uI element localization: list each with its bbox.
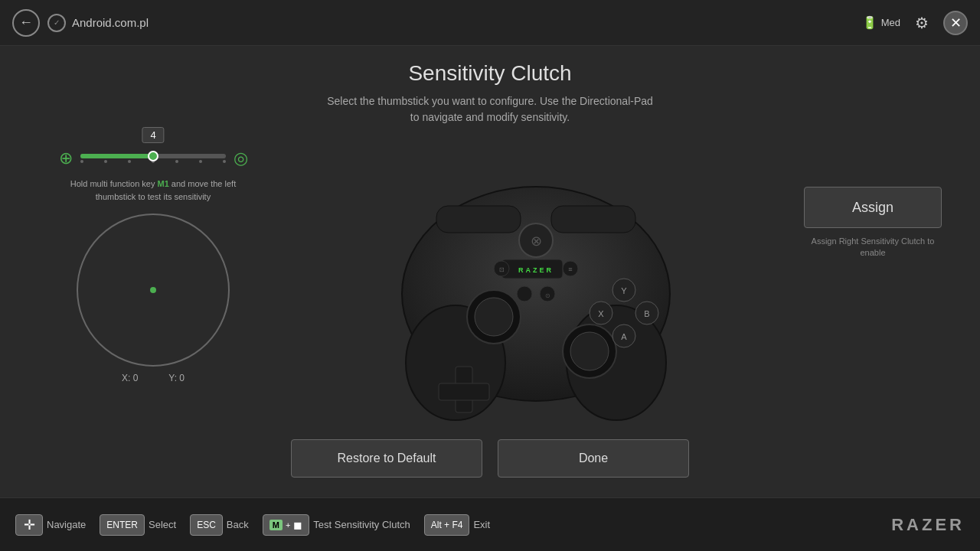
profile-icon: ✓ bbox=[47, 14, 66, 32]
select-label: Select bbox=[149, 519, 176, 530]
assign-hint: Assign Right Sensitivity Clutch to enabl… bbox=[804, 236, 942, 259]
target-icon: ◎ bbox=[234, 148, 248, 168]
slider-dot bbox=[223, 160, 226, 163]
back-control: ESC Back bbox=[190, 514, 249, 536]
slider-fill bbox=[80, 154, 153, 158]
top-bar: ← ✓ Android.com.pl 🔋 Med ⚙ ✕ bbox=[0, 0, 980, 46]
main-content: Sensitivity Clutch Select the thumbstick… bbox=[0, 46, 980, 497]
alt-f4-label: Alt + F4 bbox=[431, 520, 463, 530]
trigger-icon: ◼ bbox=[293, 519, 302, 531]
svg-text:B: B bbox=[644, 309, 649, 318]
sensitivity-slider-row: 4 ⊕ ◎ bbox=[59, 148, 248, 168]
slider-dot bbox=[128, 160, 131, 163]
svg-text:⊙: ⊙ bbox=[545, 292, 550, 299]
svg-text:≡: ≡ bbox=[568, 266, 572, 273]
hint-key: M1 bbox=[157, 179, 168, 188]
navigate-label: Navigate bbox=[47, 519, 86, 530]
battery-level: Med bbox=[881, 17, 900, 28]
slider-dot bbox=[199, 160, 202, 163]
back-button[interactable]: ← bbox=[12, 9, 40, 37]
controller-image: ⊗ RAZER ≡ ⊡ bbox=[375, 141, 697, 424]
exit-control: Alt + F4 Exit bbox=[424, 514, 490, 536]
slider-dot bbox=[175, 160, 178, 163]
alt-f4-key: Alt + F4 bbox=[424, 514, 470, 536]
dpad-key: ✛ bbox=[15, 514, 43, 536]
enter-key: ENTER bbox=[100, 514, 145, 536]
profile-name: Android.com.pl bbox=[72, 16, 149, 29]
close-button[interactable]: ✕ bbox=[943, 11, 968, 35]
svg-point-27 bbox=[517, 286, 532, 302]
thumbstick-test-circle bbox=[77, 214, 230, 367]
assign-button[interactable]: Assign bbox=[804, 187, 942, 228]
m-key: M bbox=[270, 520, 283, 530]
slider-dot bbox=[80, 160, 83, 163]
navigate-control: ✛ Navigate bbox=[15, 514, 86, 536]
sensitivity-slider[interactable] bbox=[80, 154, 226, 158]
back-label: Back bbox=[227, 519, 249, 530]
top-right-controls: 🔋 Med ⚙ ✕ bbox=[862, 11, 968, 35]
thumbstick-dot bbox=[150, 287, 156, 293]
razer-logo: RAZER bbox=[891, 515, 965, 535]
select-control: ENTER Select bbox=[100, 514, 176, 536]
svg-text:RAZER: RAZER bbox=[518, 266, 554, 274]
plus-sign: + bbox=[286, 520, 290, 530]
done-button[interactable]: Done bbox=[498, 439, 689, 478]
slider-dot bbox=[104, 160, 107, 163]
svg-text:A: A bbox=[621, 332, 627, 341]
svg-rect-16 bbox=[439, 383, 489, 400]
y-coord: Y: 0 bbox=[168, 373, 185, 383]
center-panel: ⊗ RAZER ≡ ⊡ bbox=[283, 141, 789, 424]
esc-key: ESC bbox=[190, 514, 223, 536]
page-subtitle: Select the thumbstick you want to config… bbox=[327, 93, 653, 126]
left-panel: 4 ⊕ ◎ bbox=[23, 141, 283, 383]
restore-default-button[interactable]: Restore to Default bbox=[291, 439, 482, 478]
svg-rect-4 bbox=[551, 206, 635, 233]
esc-key-label: ESC bbox=[197, 520, 216, 530]
svg-text:X: X bbox=[598, 309, 604, 318]
battery-icon: 🔋 bbox=[862, 15, 877, 30]
slider-thumb bbox=[148, 151, 158, 161]
svg-rect-3 bbox=[436, 206, 521, 233]
test-control: M + ◼ Test Sensitivity Clutch bbox=[263, 514, 410, 536]
sensitivity-hint: Hold multi function key M1 and move the … bbox=[69, 178, 237, 203]
x-coord: X: 0 bbox=[122, 373, 138, 383]
svg-text:⊗: ⊗ bbox=[531, 233, 542, 249]
page-title: Sensitivity Clutch bbox=[408, 61, 571, 86]
enter-key-label: ENTER bbox=[106, 520, 138, 530]
footer: ✛ Navigate ENTER Select ESC Back M + ◼ T… bbox=[0, 497, 980, 551]
right-panel: Assign Assign Right Sensitivity Clutch t… bbox=[789, 141, 957, 259]
exit-label: Exit bbox=[473, 519, 490, 530]
svg-point-18 bbox=[570, 332, 609, 370]
test-label: Test Sensitivity Clutch bbox=[313, 519, 410, 530]
svg-text:Y: Y bbox=[621, 286, 627, 295]
m-combo-key: M + ◼ bbox=[263, 514, 310, 536]
xy-coordinates: X: 0 Y: 0 bbox=[122, 373, 185, 383]
middle-section: 4 ⊕ ◎ bbox=[0, 141, 980, 424]
settings-button[interactable]: ⚙ bbox=[910, 11, 934, 35]
bottom-actions: Restore to Default Done bbox=[291, 439, 689, 478]
svg-point-14 bbox=[475, 298, 513, 336]
sensitivity-value: 4 bbox=[142, 127, 164, 143]
battery-status: 🔋 Med bbox=[862, 15, 900, 30]
crosshair-left-icon: ⊕ bbox=[59, 148, 73, 168]
svg-text:⊡: ⊡ bbox=[499, 266, 505, 273]
dpad-icon: ✛ bbox=[24, 517, 35, 533]
controller-svg: ⊗ RAZER ≡ ⊡ bbox=[375, 141, 697, 424]
